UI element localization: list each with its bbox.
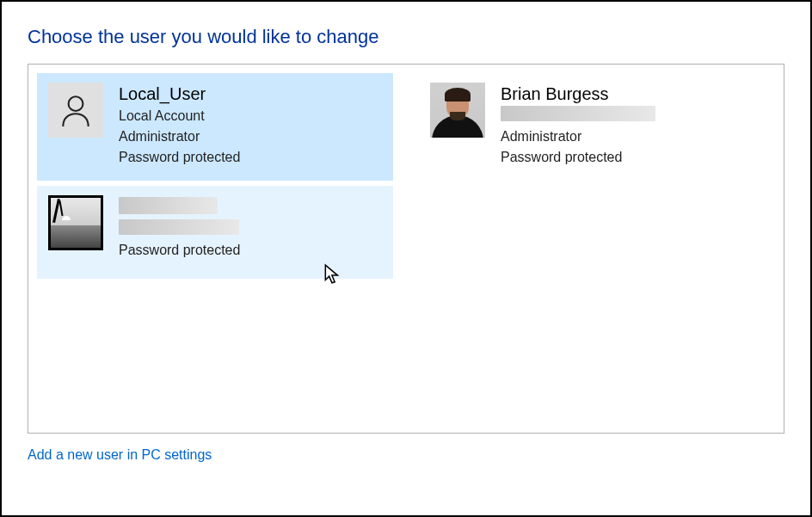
user-card-redacted[interactable]: Password protected	[37, 186, 393, 279]
redacted-text	[119, 219, 239, 235]
add-new-user-link[interactable]: Add a new user in PC settings	[28, 447, 212, 463]
avatar-photo	[48, 195, 103, 250]
redacted-text	[501, 106, 655, 121]
users-panel: Local_User Local Account Administrator P…	[28, 64, 784, 434]
user-info: Password protected	[119, 195, 382, 261]
user-name: Brian Burgess	[501, 84, 764, 104]
avatar-placeholder-icon	[48, 83, 103, 138]
user-info: Brian Burgess Administrator Password pro…	[501, 83, 764, 168]
page-title: Choose the user you would like to change	[28, 26, 784, 48]
redacted-text	[119, 197, 218, 214]
user-detail: Password protected	[119, 240, 382, 261]
avatar-photo	[430, 83, 485, 138]
user-detail: Password protected	[119, 147, 382, 168]
user-detail: Administrator	[119, 126, 382, 147]
user-detail: Administrator	[501, 126, 764, 147]
user-name: Local_User	[119, 84, 382, 104]
svg-point-0	[69, 96, 83, 111]
user-info: Local_User Local Account Administrator P…	[119, 83, 382, 168]
user-detail: Local Account	[119, 106, 382, 126]
user-card-local-user[interactable]: Local_User Local Account Administrator P…	[37, 73, 393, 181]
user-detail: Password protected	[501, 147, 764, 168]
user-card-brian-burgess[interactable]: Brian Burgess Administrator Password pro…	[419, 73, 775, 181]
